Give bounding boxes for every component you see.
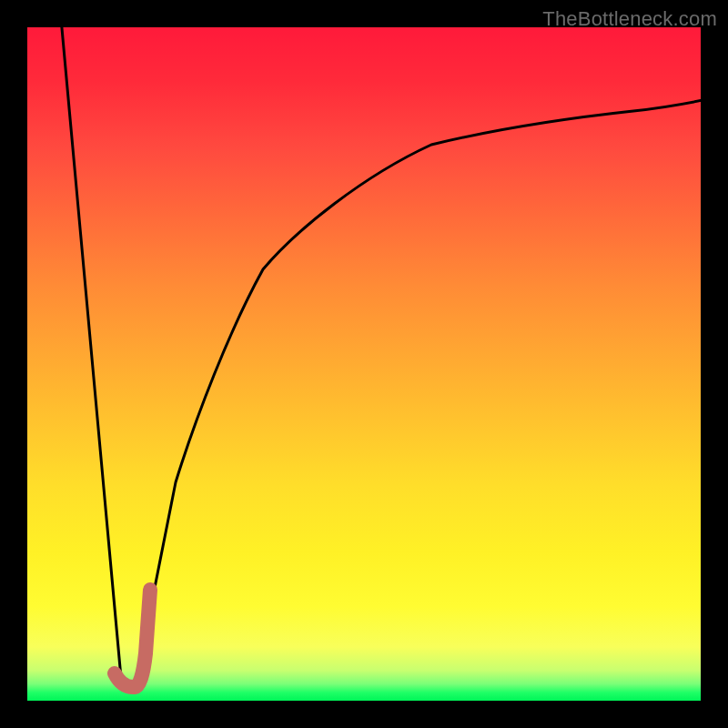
chart-curves	[27, 27, 701, 701]
watermark-text: TheBottleneck.com	[542, 7, 717, 31]
chart-frame: TheBottleneck.com	[0, 0, 728, 728]
marker-j	[115, 590, 150, 687]
right-ascent-curve	[135, 95, 728, 688]
left-descent-curve	[61, 18, 122, 688]
